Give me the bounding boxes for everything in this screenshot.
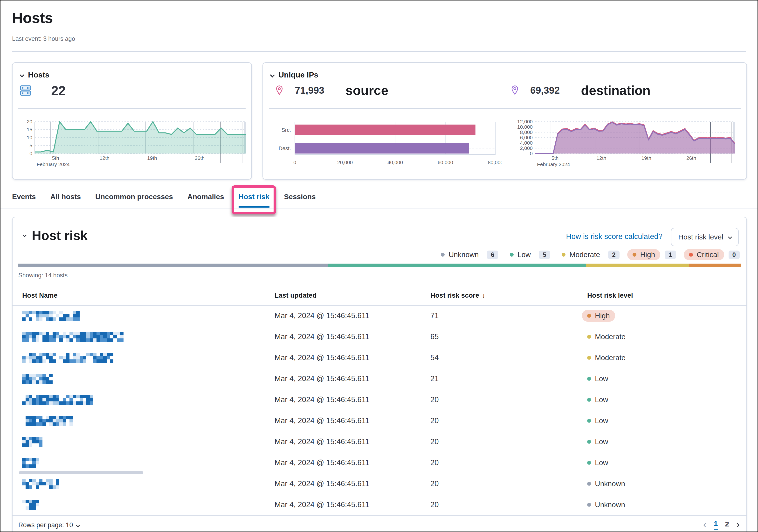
distribution-segment-high xyxy=(689,264,741,267)
risk-level-label: High xyxy=(595,312,610,320)
host-risk-level-cell: Moderate xyxy=(587,347,626,368)
svg-text:0: 0 xyxy=(29,151,32,156)
risk-level-dot-icon xyxy=(587,503,591,507)
host-name-link-redacted[interactable] xyxy=(22,389,93,410)
legend-item-low: Low5 xyxy=(506,249,550,260)
host-name-link-redacted[interactable] xyxy=(22,305,80,326)
hosts-panel-title: Hosts xyxy=(28,70,50,79)
unique-ips-panel: Unique IPs 71,993 source 69,392 destinat… xyxy=(262,62,747,180)
svg-text:10: 10 xyxy=(27,135,32,140)
table-footer-divider xyxy=(13,515,746,515)
unique-ips-over-time-chart: 02,0004,0006,0008,00010,00012,0005th12th… xyxy=(511,120,745,168)
source-pin-icon xyxy=(275,85,284,95)
host-name-link-redacted[interactable] xyxy=(22,494,39,515)
host-risk-score-cell: 65 xyxy=(431,326,438,347)
host-name-link-redacted[interactable] xyxy=(22,452,39,473)
legend-item-unknown: Unknown6 xyxy=(437,249,498,260)
risk-level-label: Unknown xyxy=(595,501,625,509)
svg-text:26th: 26th xyxy=(195,155,205,161)
collapse-chevron-icon[interactable] xyxy=(23,233,27,237)
svg-text:6,000: 6,000 xyxy=(520,135,533,140)
pagination: ‹12› xyxy=(703,519,740,530)
host-risk-score-cell: 21 xyxy=(431,368,438,389)
host-name-link-redacted[interactable] xyxy=(22,368,52,389)
host-name-link-redacted[interactable] xyxy=(22,326,123,347)
table-row: Mar 4, 2024 @ 15:46:45.61121Low xyxy=(13,368,746,389)
legend-label: Low xyxy=(517,251,531,259)
host-risk-level-cell: Moderate xyxy=(587,326,626,347)
risk-level-label: Moderate xyxy=(595,354,626,362)
next-page-button[interactable]: › xyxy=(736,519,740,530)
host-risk-level-cell: Low xyxy=(587,452,608,473)
svg-text:Dest.: Dest. xyxy=(279,145,291,151)
rows-per-page-button[interactable]: Rows per page: 10 xyxy=(18,521,79,529)
collapse-chevron-icon[interactable] xyxy=(270,73,275,78)
risk-level-dot-icon xyxy=(587,440,591,443)
svg-text:Src.: Src. xyxy=(282,127,291,133)
svg-text:5th: 5th xyxy=(52,155,59,161)
tab-uncommon-processes[interactable]: Uncommon processes xyxy=(95,193,173,208)
risk-level-label: Low xyxy=(595,459,608,467)
host-risk-level-cell: Low xyxy=(587,431,608,452)
host-risk-level-filter-button[interactable]: Host risk level xyxy=(671,228,739,246)
host-risk-level-cell: Low xyxy=(587,389,608,410)
legend-item-moderate: Moderate2 xyxy=(558,249,619,260)
host-name-link-redacted[interactable] xyxy=(22,410,73,431)
host-risk-score-cell: 20 xyxy=(431,431,438,452)
page-title: Hosts xyxy=(12,9,53,26)
unique-ips-bar-chart: 020,00040,00060,00080,000Src.Dest. xyxy=(268,120,502,168)
tab-events[interactable]: Events xyxy=(12,193,36,208)
svg-text:0: 0 xyxy=(530,151,533,156)
svg-text:12,000: 12,000 xyxy=(517,120,533,124)
risk-score-help-link[interactable]: How is risk score calculated? xyxy=(566,232,663,241)
collapse-chevron-icon[interactable] xyxy=(19,73,24,78)
legend-item-high: High1 xyxy=(627,249,676,260)
column-header-host-name[interactable]: Host Name xyxy=(22,292,57,299)
host-name-link-redacted[interactable] xyxy=(22,347,113,368)
svg-text:12th: 12th xyxy=(596,155,606,161)
host-risk-level-cell: High xyxy=(587,305,615,326)
column-header-last-updated[interactable]: Last updated xyxy=(275,292,317,299)
tab-anomalies[interactable]: Anomalies xyxy=(188,193,224,208)
svg-text:80,000: 80,000 xyxy=(488,160,502,165)
svg-text:20,000: 20,000 xyxy=(337,160,353,165)
chevron-down-icon xyxy=(76,523,80,527)
column-header-label: Host risk score xyxy=(431,292,479,299)
page-number-button[interactable]: 2 xyxy=(725,520,729,529)
page-number-button[interactable]: 1 xyxy=(714,519,718,530)
host-name-link-redacted[interactable] xyxy=(22,473,59,494)
table-header: Host Name Last updated Host risk score↓ … xyxy=(13,288,746,305)
horizontal-scrollbar-thumb[interactable] xyxy=(19,471,143,474)
svg-text:10,000: 10,000 xyxy=(517,124,533,130)
host-risk-score-cell: 20 xyxy=(431,410,438,431)
last-updated-cell: Mar 4, 2024 @ 15:46:45.611 xyxy=(275,326,369,347)
last-updated-cell: Mar 4, 2024 @ 15:46:45.611 xyxy=(275,494,369,515)
risk-level-label: Low xyxy=(595,374,608,383)
svg-text:19th: 19th xyxy=(641,155,651,161)
column-header-host-risk-score[interactable]: Host risk score↓ xyxy=(431,292,485,299)
host-risk-level-cell: Unknown xyxy=(587,494,625,515)
tab-sessions[interactable]: Sessions xyxy=(284,193,316,208)
svg-text:26th: 26th xyxy=(686,155,696,161)
hosts-count-value: 22 xyxy=(51,83,66,98)
table-row: Mar 4, 2024 @ 15:46:45.61120Unknown xyxy=(13,473,746,494)
svg-text:12th: 12th xyxy=(100,155,110,161)
hosts-over-time-chart: 051015205th12th19th26thFebruary 2024 xyxy=(16,120,250,168)
risk-level-dot-icon xyxy=(587,335,591,339)
host-risk-score-cell: 71 xyxy=(431,305,438,326)
host-risk-level-cell: Low xyxy=(587,410,608,431)
host-risk-panel: Host risk How is risk score calculated? … xyxy=(12,217,747,532)
legend-dot-icon xyxy=(633,253,637,257)
risk-level-label: Low xyxy=(595,438,608,446)
host-name-link-redacted[interactable] xyxy=(22,431,43,452)
tab-host-risk[interactable]: Host risk xyxy=(239,193,269,208)
risk-level-dot-icon xyxy=(587,461,591,465)
tab-all-hosts[interactable]: All hosts xyxy=(50,193,81,208)
column-header-host-risk-level[interactable]: Host risk level xyxy=(587,292,633,299)
source-ip-count: 71,993 xyxy=(295,85,324,96)
host-risk-score-cell: 20 xyxy=(431,494,438,515)
previous-page-button[interactable]: ‹ xyxy=(703,519,706,530)
legend-count-badge: 5 xyxy=(539,251,550,259)
hosts-page: Hosts Last event: 3 hours ago Hosts 22 0… xyxy=(0,0,758,532)
legend-count-badge: 1 xyxy=(665,251,676,259)
